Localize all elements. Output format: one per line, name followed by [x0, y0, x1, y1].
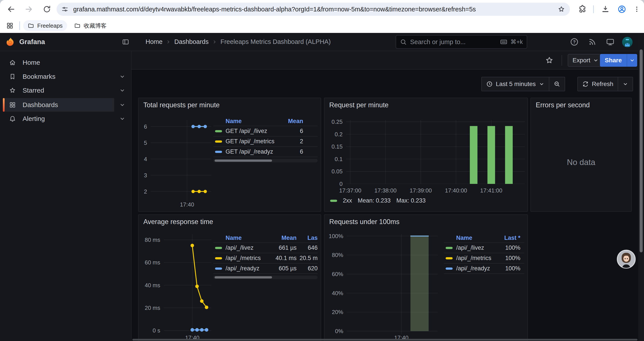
series-name[interactable]: /api/_/livez — [226, 244, 266, 251]
chart-canvas[interactable] — [150, 120, 211, 201]
sidebar-item-alerting[interactable]: Alerting — [3, 112, 114, 126]
legend-scrollbar[interactable] — [213, 159, 318, 162]
breadcrumb-home[interactable]: Home — [146, 38, 162, 46]
download-icon[interactable] — [601, 5, 610, 14]
series-color-pill[interactable] — [446, 247, 453, 249]
browser-window: Freeleaps 收藏博客 Grafana Home Dashboards F… — [0, 0, 644, 341]
sidebar-item-starred[interactable]: Starred — [3, 84, 114, 97]
axis-tick-label: 80% — [332, 252, 343, 258]
series-name[interactable]: GET /api/_/livez — [226, 128, 277, 135]
series-name[interactable]: /api/_/livez — [456, 244, 494, 251]
bookmark-folder-freeleaps[interactable]: Freeleaps — [23, 20, 67, 31]
sidebar-toggle-icon[interactable] — [122, 38, 129, 46]
legend-col-mean[interactable]: Mean — [277, 118, 303, 125]
refresh-interval-dropdown[interactable] — [618, 77, 632, 91]
chevron-down-icon[interactable] — [119, 87, 126, 94]
grafana-logo[interactable] — [5, 37, 15, 47]
sidebar-item-home[interactable]: Home — [3, 56, 114, 69]
chart-canvas[interactable] — [346, 120, 525, 184]
chevron-down-icon[interactable] — [119, 74, 126, 80]
legend-col-name[interactable]: Name — [226, 235, 266, 241]
url-bar[interactable] — [56, 3, 570, 16]
series-mean: 6 — [277, 128, 303, 135]
chart-canvas[interactable] — [164, 234, 211, 334]
svg-text:?: ? — [573, 40, 576, 44]
panel-title[interactable]: Average response time — [143, 218, 213, 226]
search-input[interactable] — [410, 38, 497, 46]
chart-canvas[interactable] — [347, 234, 438, 334]
apps-grid-icon[interactable] — [6, 22, 14, 30]
series-color-pill[interactable] — [330, 200, 337, 202]
panel-title[interactable]: Errors per second — [536, 101, 590, 109]
url-input[interactable] — [73, 6, 553, 13]
axis-tick-label: 17:41:00 — [480, 187, 502, 194]
series-color-pill[interactable] — [446, 267, 453, 270]
series-color-pill[interactable] — [215, 140, 222, 143]
time-range-picker[interactable]: Last 5 minutes — [482, 77, 549, 91]
sidebar-item-bookmarks[interactable]: Bookmarks — [3, 70, 114, 83]
series-name[interactable]: GET /api/_/readyz — [226, 148, 277, 155]
series-color-pill[interactable] — [215, 267, 222, 270]
series-color-pill[interactable] — [446, 257, 453, 259]
profile-icon[interactable] — [618, 5, 626, 14]
series-color-pill[interactable] — [215, 130, 222, 132]
monitor-icon[interactable] — [606, 38, 615, 46]
axis-tick-label: 4 — [144, 156, 147, 162]
series-color-pill[interactable] — [215, 247, 222, 249]
series-name[interactable]: /api/_/metrics — [456, 255, 494, 261]
legend-scrollbar-thumb[interactable] — [214, 276, 272, 278]
folder-icon — [28, 22, 34, 29]
extensions-icon[interactable] — [578, 5, 587, 14]
panel-title[interactable]: Total requests per minute — [143, 101, 220, 109]
chevron-down-icon[interactable] — [119, 116, 126, 122]
sidebar-item-dashboards[interactable]: Dashboards — [3, 98, 114, 112]
brand-name[interactable]: Grafana — [19, 33, 45, 51]
series-name[interactable]: /api/_/readyz — [456, 265, 494, 272]
series-color-pill[interactable] — [215, 257, 222, 259]
horizontal-scrollbar[interactable] — [132, 339, 638, 340]
assistant-avatar-widget[interactable] — [617, 250, 636, 269]
vertical-scrollbar-thumb[interactable] — [640, 49, 643, 252]
export-button[interactable]: Export — [568, 54, 604, 67]
chevron-down-icon[interactable] — [119, 102, 126, 108]
back-icon[interactable] — [6, 5, 15, 14]
legend-scrollbar-thumb[interactable] — [214, 160, 272, 162]
dashboards-grid-icon — [9, 101, 16, 108]
legend-col-name[interactable]: Name — [456, 235, 494, 241]
series-last: 620 — [296, 265, 318, 272]
legend-col-last[interactable]: Las — [296, 235, 318, 241]
help-icon[interactable]: ? — [570, 38, 579, 46]
breadcrumb-dashboards[interactable]: Dashboards — [174, 38, 208, 46]
folder-icon — [74, 22, 81, 29]
reload-icon[interactable] — [42, 5, 51, 14]
series-name[interactable]: 2xx — [343, 197, 352, 204]
panel-title[interactable]: Requests under 100ms — [329, 218, 400, 226]
no-data-message: No data — [531, 158, 631, 167]
menu-dots-icon[interactable] — [633, 5, 640, 14]
favorite-star-icon[interactable] — [545, 56, 554, 65]
refresh-button[interactable]: Refresh — [578, 77, 618, 91]
legend-col-name[interactable]: Name — [226, 118, 277, 125]
share-button[interactable]: Share — [600, 54, 627, 67]
series-name[interactable]: /api/_/readyz — [226, 265, 266, 272]
zoom-out-button[interactable] — [549, 77, 565, 91]
news-rss-icon[interactable] — [588, 38, 597, 46]
legend-scrollbar[interactable] — [213, 276, 318, 279]
search-box[interactable]: ⌘+k — [396, 35, 527, 49]
vertical-scrollbar[interactable] — [638, 33, 644, 341]
panel-title[interactable]: Request per minute — [329, 101, 389, 109]
bookmark-star-icon[interactable] — [558, 6, 565, 13]
panel-request-per-minute: Request per minute 2xx Mean: 0.233 Max: … — [324, 98, 528, 212]
series-mean: 661 µs — [266, 244, 296, 251]
legend-col-mean[interactable]: Mean — [266, 235, 296, 241]
series-name[interactable]: GET /api/_/metrics — [226, 138, 277, 145]
series-color-pill[interactable] — [215, 151, 222, 153]
share-dropdown-button[interactable] — [627, 54, 637, 67]
tune-icon[interactable] — [62, 6, 68, 13]
series-name[interactable]: /api/_/metrics — [226, 255, 266, 261]
bookmark-folder-blogs[interactable]: 收藏博客 — [70, 20, 111, 31]
legend-col-last[interactable]: Last * — [494, 235, 520, 241]
clock-icon — [486, 81, 493, 87]
forward-icon[interactable] — [24, 5, 33, 14]
user-avatar[interactable] — [622, 37, 632, 47]
